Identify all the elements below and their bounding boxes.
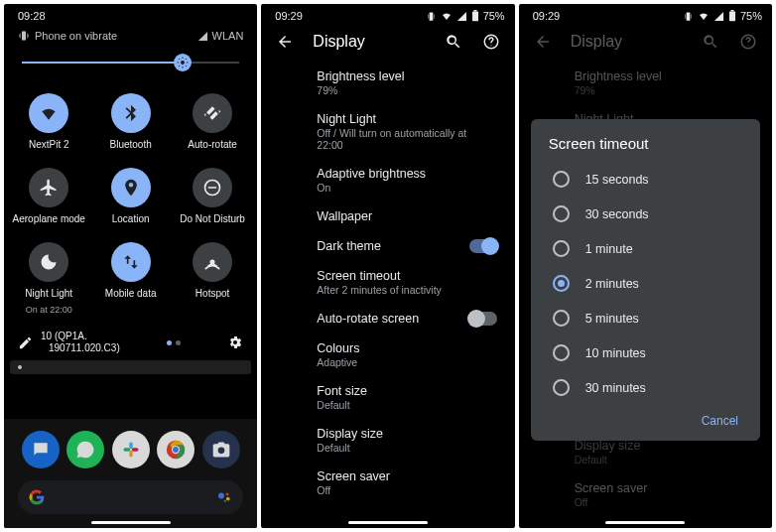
option-label: 30 seconds xyxy=(585,207,649,221)
tile-label: Auto-rotate xyxy=(188,139,236,150)
svg-point-18 xyxy=(173,447,179,453)
qs-tile-location[interactable]: Location xyxy=(89,162,171,232)
edit-icon[interactable] xyxy=(18,335,33,350)
setting-item[interactable]: ColoursAdaptive xyxy=(261,333,514,376)
qs-tile-bluetooth[interactable]: Bluetooth xyxy=(89,87,171,158)
setting-item[interactable]: Screen timeoutAfter 2 minutes of inactiv… xyxy=(261,261,514,304)
setting-item[interactable]: Display sizeDefault xyxy=(261,419,514,462)
tile-label: Mobile data xyxy=(105,288,157,299)
radio-icon xyxy=(553,310,570,327)
qs-tile-rotate[interactable]: Auto-rotate xyxy=(172,87,253,158)
qs-tile-dnd[interactable]: Do Not Disturb xyxy=(172,162,253,232)
option-label: 1 minute xyxy=(585,242,633,256)
timeout-option[interactable]: 10 minutes xyxy=(549,335,742,370)
qs-tile-nightlight[interactable]: Night Light On at 22:00 xyxy=(8,236,89,323)
mobiledata-icon xyxy=(111,242,151,282)
clock: 09:29 xyxy=(533,10,561,22)
radio-icon xyxy=(553,275,570,292)
setting-item[interactable]: Night LightOff / Will turn on automatica… xyxy=(261,104,514,159)
settings-icon[interactable] xyxy=(227,334,243,350)
setting-title: Auto-rotate screen xyxy=(317,312,419,326)
setting-item: Screen saverOff xyxy=(519,473,772,516)
build-line2: 190711.020.C3) xyxy=(49,342,120,354)
radio-icon xyxy=(553,344,570,361)
nav-handle[interactable] xyxy=(91,521,171,524)
dnd-icon xyxy=(193,168,232,207)
nav-handle[interactable] xyxy=(605,521,685,524)
status-bar: 09:29 75% xyxy=(261,4,514,26)
battery-icon xyxy=(471,10,479,22)
brightness-slider[interactable] xyxy=(22,50,239,75)
svg-point-19 xyxy=(218,493,224,499)
dock xyxy=(14,425,247,474)
clock: 09:29 xyxy=(275,10,303,22)
tile-label: Hotspot xyxy=(195,288,229,299)
back-icon[interactable] xyxy=(275,32,295,52)
svg-line-8 xyxy=(186,59,187,60)
timeout-option[interactable]: 1 minute xyxy=(549,231,742,266)
qs-tiles: NextPit 2 Bluetooth Auto-rotate Aeroplan… xyxy=(4,81,257,325)
svg-line-5 xyxy=(179,59,180,60)
search-icon[interactable] xyxy=(444,32,463,52)
quick-settings-screen: 09:28 Phone on vibrate WLAN NextPit 2 Bl… xyxy=(4,4,257,528)
camera-app-icon[interactable] xyxy=(202,431,240,468)
tile-sublabel: On at 22:00 xyxy=(26,305,72,315)
setting-item[interactable]: Screen saverOff xyxy=(261,462,514,504)
nav-handle[interactable] xyxy=(348,521,428,524)
timeout-option[interactable]: 30 minutes xyxy=(549,370,742,405)
timeout-option[interactable]: 30 seconds xyxy=(549,197,742,231)
tile-label: Night Light xyxy=(25,288,72,299)
setting-subtitle: On xyxy=(317,182,494,194)
chrome-app-icon[interactable] xyxy=(157,431,194,468)
status-bar: 09:28 xyxy=(4,4,257,26)
back-icon xyxy=(533,32,553,52)
setting-title: Screen saver xyxy=(317,469,494,483)
nightlight-icon xyxy=(29,242,68,282)
setting-item[interactable]: Dark theme xyxy=(261,231,514,261)
build-line1: 10 (QP1A. xyxy=(41,331,120,342)
setting-title: Display size xyxy=(575,439,752,453)
setting-title: Dark theme xyxy=(317,239,381,253)
setting-item[interactable]: Adaptive brightnessOn xyxy=(261,159,514,201)
messages-app-icon[interactable] xyxy=(22,431,60,468)
status-bar: 09:29 75% xyxy=(519,4,772,26)
setting-item: Brightness level79% xyxy=(519,62,772,104)
tile-label: Location xyxy=(112,213,150,224)
qs-tile-hotspot[interactable]: Hotspot xyxy=(172,236,253,323)
radio-icon xyxy=(553,205,570,222)
whatsapp-app-icon[interactable] xyxy=(66,431,104,468)
qs-tile-mobiledata[interactable]: Mobile data xyxy=(89,236,171,323)
svg-rect-15 xyxy=(131,448,138,451)
svg-point-21 xyxy=(226,497,230,501)
timeout-option[interactable]: 5 minutes xyxy=(549,301,742,335)
qs-tile-wifi[interactable]: NextPit 2 xyxy=(8,87,89,158)
setting-title: Brightness level xyxy=(317,69,494,83)
cancel-button[interactable]: Cancel xyxy=(702,414,738,428)
svg-point-0 xyxy=(181,61,185,65)
slack-app-icon[interactable] xyxy=(112,431,150,468)
setting-item[interactable]: Wallpaper xyxy=(261,201,514,231)
bluetooth-icon xyxy=(111,93,151,133)
location-icon xyxy=(111,168,151,207)
setting-subtitle: 79% xyxy=(317,84,494,96)
timeout-option[interactable]: 15 seconds xyxy=(549,162,742,197)
notification-stub[interactable] xyxy=(10,360,251,374)
vibrate-icon xyxy=(426,11,437,22)
svg-point-11 xyxy=(210,260,213,263)
toggle-switch[interactable] xyxy=(469,239,497,253)
help-icon[interactable] xyxy=(481,32,501,52)
setting-item[interactable]: Font sizeDefault xyxy=(261,376,514,419)
search-bar[interactable] xyxy=(18,480,243,514)
setting-item[interactable]: Brightness level79% xyxy=(261,62,514,104)
setting-item[interactable]: Auto-rotate screen xyxy=(261,304,514,333)
setting-title: Brightness level xyxy=(575,69,752,83)
setting-title: Wallpaper xyxy=(317,209,494,223)
battery-icon xyxy=(728,10,736,22)
setting-title: Screen saver xyxy=(575,481,752,495)
google-g-icon xyxy=(28,488,46,506)
page-indicator xyxy=(167,340,181,345)
option-label: 30 minutes xyxy=(585,381,646,395)
toggle-switch[interactable] xyxy=(469,312,497,326)
timeout-option[interactable]: 2 minutes xyxy=(549,266,742,301)
qs-tile-airplane[interactable]: Aeroplane mode xyxy=(8,162,89,232)
